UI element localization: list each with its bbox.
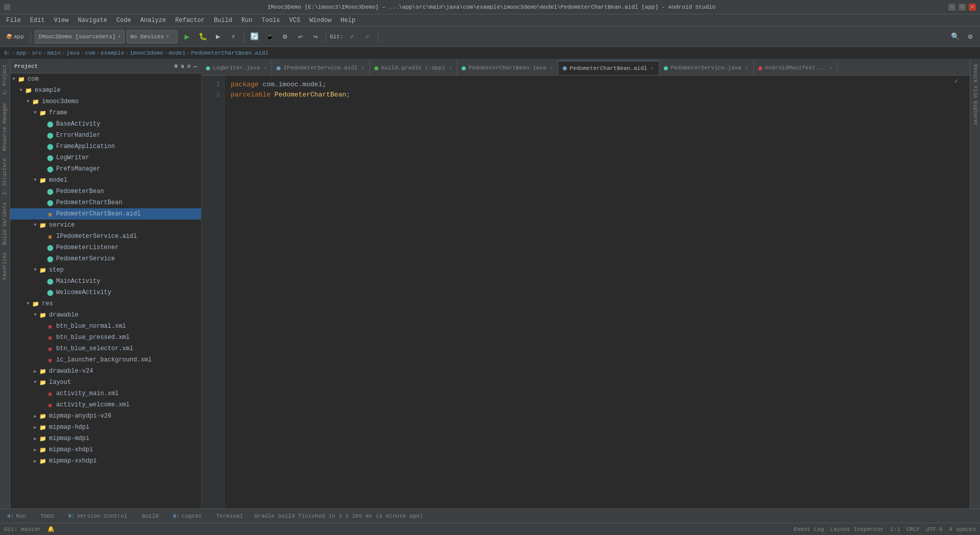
version-control-tool[interactable]: 9: Version Control xyxy=(65,512,130,520)
menu-vcs[interactable]: VCS xyxy=(285,16,305,25)
layout-inspector-button[interactable]: Layout Inspector xyxy=(830,526,884,532)
maximize-button[interactable]: □ xyxy=(959,4,966,11)
coverage-button[interactable]: ▶ xyxy=(211,30,225,43)
tree-item-IPedometerServiceAidl[interactable]: ▣ IPedometerService.aidl xyxy=(10,231,201,242)
close-button[interactable]: ✕ xyxy=(969,4,976,11)
project-gear-icon[interactable]: ⚙ xyxy=(187,63,191,69)
build-variants-tab[interactable]: Build Variants xyxy=(1,199,9,248)
tree-item-step[interactable]: ▼ 📁 step xyxy=(10,264,201,276)
tree-item-model[interactable]: ▼ 📁 model xyxy=(10,175,201,186)
tree-item-ErrorHandler[interactable]: ⬤ ErrorHandler xyxy=(10,130,201,141)
tree-item-drawable_v24[interactable]: ▶ 📁 drawable-v24 xyxy=(10,366,201,377)
menu-file[interactable]: File xyxy=(2,16,25,25)
avd-button[interactable]: 📱 xyxy=(263,30,276,43)
terminal-tool[interactable]: Terminal xyxy=(213,512,246,520)
logcat-tool[interactable]: 6: Logcat xyxy=(170,512,205,520)
menu-edit[interactable]: Edit xyxy=(26,16,49,25)
sync-button[interactable]: 🔄 xyxy=(248,30,261,43)
editor-tab-androidmanifest[interactable]: ⬤ AndroidManifest... ✕ xyxy=(754,61,838,75)
tree-item-drawable[interactable]: ▼ 📁 drawable xyxy=(10,309,201,321)
run-tool[interactable]: 4: Run xyxy=(4,512,29,520)
tree-item-activity_main[interactable]: ▣ activity_main.xml xyxy=(10,388,201,399)
tree-item-com[interactable]: ▼ 📁 com xyxy=(10,74,201,85)
menu-build[interactable]: Build xyxy=(210,16,236,25)
redo-button[interactable]: ↪ xyxy=(309,30,322,43)
git-status[interactable]: Git: master xyxy=(4,526,41,532)
tree-item-WelcomeActivity[interactable]: ⬤ WelcomeActivity xyxy=(10,287,201,298)
editor-tab-logwriter[interactable]: ⬤ LogWriter.java ✕ xyxy=(202,61,272,75)
encoding[interactable]: UTF-8 xyxy=(926,526,943,532)
git-update-button[interactable]: ✓ xyxy=(346,30,359,43)
breadcrumb-com[interactable]: com xyxy=(85,50,95,56)
menu-view[interactable]: View xyxy=(50,16,73,25)
cursor-position[interactable]: 1:1 xyxy=(890,526,900,532)
tree-item-PedometerListener[interactable]: ⬤ PedometerListener xyxy=(10,242,201,253)
event-log-button[interactable]: Event Log xyxy=(794,526,824,532)
undo-button[interactable]: ↩ xyxy=(293,30,307,43)
run-button[interactable]: ▶ xyxy=(180,30,194,44)
tree-item-mipmap_anydpi[interactable]: ▶ 📁 mipmap-anydpi-v26 xyxy=(10,410,201,422)
tree-item-imooc3demo[interactable]: ▼ 📁 imooc3demo xyxy=(10,96,201,107)
tab-close-button[interactable]: ✕ xyxy=(744,65,749,71)
menu-window[interactable]: Window xyxy=(305,16,335,25)
menu-run[interactable]: Run xyxy=(237,16,257,25)
tree-item-PedometerChartBeanAidl[interactable]: ▣ PedometerChartBean.aidl xyxy=(10,208,201,220)
editor-tab-buildgradle[interactable]: ⬤ build.gradle (:app) ✕ xyxy=(370,61,457,75)
tree-item-btn_blue_selector[interactable]: ▣ btn_blue_selector.xml xyxy=(10,343,201,354)
tree-item-PedometerChartBean[interactable]: ⬤ PedometerChartBean xyxy=(10,197,201,208)
device-file-explorer-tab[interactable]: Device File Explorer xyxy=(971,61,979,129)
project-tab[interactable]: 1: Project xyxy=(1,61,9,98)
tree-item-example[interactable]: ▼ 📁 example xyxy=(10,85,201,96)
project-sort-icon[interactable]: ⇅ xyxy=(181,63,184,69)
editor-tab-pedometerchartbeanaidl[interactable]: ⬤ PedometerChartBean.aidl ✕ xyxy=(558,61,659,75)
breadcrumb-app[interactable]: app xyxy=(16,50,27,56)
settings-button[interactable]: ⚙ xyxy=(964,30,977,43)
menu-tools[interactable]: Tools xyxy=(258,16,284,25)
breadcrumb-java[interactable]: java xyxy=(66,50,80,56)
line-separator[interactable]: CRLF xyxy=(906,526,920,532)
indent-info[interactable]: 4 spaces xyxy=(949,526,976,532)
tree-item-mipmap_xxhdpi[interactable]: ▶ 📁 mipmap-xxhdpi xyxy=(10,455,201,467)
tree-item-PedometerService[interactable]: ⬤ PedometerService xyxy=(10,253,201,264)
tab-close-button[interactable]: ✕ xyxy=(262,65,267,71)
search-everywhere-button[interactable]: 🔍 xyxy=(948,30,962,43)
tab-close-button[interactable]: ✕ xyxy=(448,65,453,71)
tree-item-btn_blue_normal[interactable]: ▣ btn_blue_normal.xml xyxy=(10,321,201,332)
tab-close-button[interactable]: ✕ xyxy=(650,65,655,71)
sdk-button[interactable]: ⚙ xyxy=(278,30,291,43)
editor-tab-pedometerchartbeanjava[interactable]: ⬤ PedometerChartBean.java ✕ xyxy=(457,61,558,75)
breadcrumb-src[interactable]: src xyxy=(32,50,42,56)
breadcrumb-file[interactable]: PedometerChartBean.aidl xyxy=(191,50,268,56)
todo-tool[interactable]: TODO xyxy=(37,512,57,520)
menu-code[interactable]: Code xyxy=(112,16,135,25)
tree-item-mipmap_hdpi[interactable]: ▶ 📁 mipmap-hdpi xyxy=(10,422,201,433)
tree-item-res[interactable]: ▼ 📁 res xyxy=(10,298,201,309)
project-minimize-icon[interactable]: — xyxy=(193,63,197,69)
debug-button[interactable]: 🐛 xyxy=(196,30,209,43)
menu-navigate[interactable]: Navigate xyxy=(74,16,111,25)
favorites-tab[interactable]: Favorites xyxy=(1,249,9,283)
profile-button[interactable]: ⚡ xyxy=(227,30,240,43)
tree-item-service[interactable]: ▼ 📁 service xyxy=(10,220,201,231)
tree-item-activity_welcome[interactable]: ▣ activity_welcome.xml xyxy=(10,399,201,410)
toolbar-device-dropdown[interactable]: No Devices ▾ xyxy=(127,30,178,43)
code-content[interactable]: package com.imooc.model; parcelable Pedo… xyxy=(225,76,970,508)
tab-close-button[interactable]: ✕ xyxy=(828,65,833,71)
menu-refactor[interactable]: Refactor xyxy=(171,16,209,25)
tree-item-mipmap_xhdpi[interactable]: ▶ 📁 mipmap-xhdpi xyxy=(10,444,201,455)
tree-item-PrefsManager[interactable]: ⬤ PrefsManager xyxy=(10,163,201,175)
tab-close-button[interactable]: ✕ xyxy=(549,65,554,71)
editor-tab-pedometerservicejava[interactable]: ⬤ PedometerService.java ✕ xyxy=(659,61,754,75)
tab-close-button[interactable]: ✕ xyxy=(360,65,365,71)
tree-item-PedometerBean[interactable]: ⬤ PedometerBean xyxy=(10,186,201,197)
tree-item-FrameApplication[interactable]: ⬤ FrameApplication xyxy=(10,141,201,152)
tree-item-btn_blue_pressed[interactable]: ▣ btn_blue_pressed.xml xyxy=(10,332,201,343)
tree-item-LogWriter[interactable]: ⬤ LogWriter xyxy=(10,152,201,163)
project-settings-icon[interactable]: ⊕ xyxy=(175,63,178,69)
menu-analyze[interactable]: Analyze xyxy=(136,16,170,25)
breadcrumb-example[interactable]: example xyxy=(101,50,124,56)
minimize-button[interactable]: — xyxy=(948,4,955,11)
tree-item-layout[interactable]: ▼ 📁 layout xyxy=(10,377,201,388)
tree-item-frame[interactable]: ▼ 📁 frame xyxy=(10,107,201,118)
structure-tab[interactable]: Z: Structure xyxy=(1,155,9,198)
